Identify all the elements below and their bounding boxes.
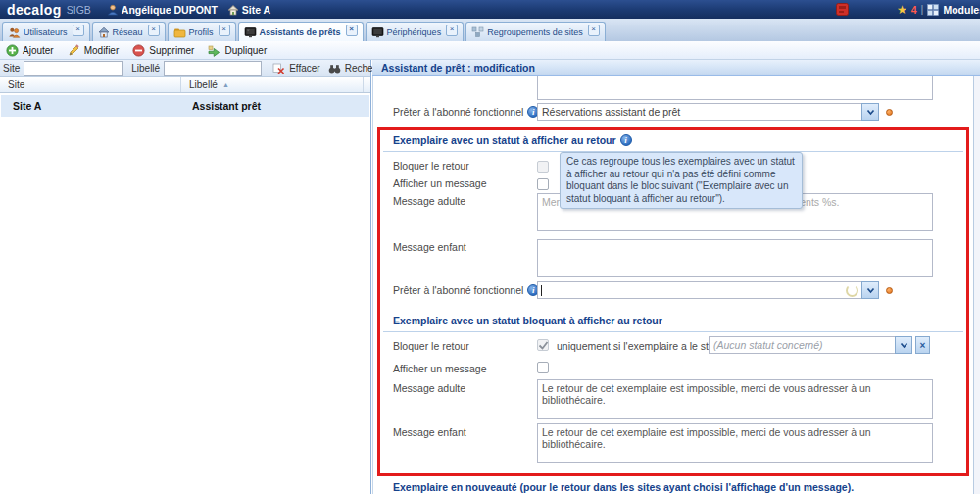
message-enfant2-label: Message enfant [393, 426, 466, 438]
afficher-message-label: Afficher un message [393, 177, 487, 189]
tab-close-icon[interactable]: × [346, 25, 358, 36]
user-icon [107, 4, 119, 16]
section1-title-text: Exemplaire avec un statut à afficher au … [393, 134, 616, 146]
checkmark-icon [538, 340, 549, 351]
message-adulte-label: Message adulte [393, 195, 466, 207]
afficher-message2-label: Afficher un message [393, 363, 487, 374]
clear-button-label: Effacer [289, 63, 320, 74]
section2-divider [383, 331, 963, 332]
tab-close-icon[interactable]: × [73, 25, 84, 36]
chevron-down-icon [899, 340, 909, 351]
site-filter-input[interactable] [24, 61, 123, 76]
current-site: Site A [242, 4, 270, 16]
delete-icon [132, 44, 145, 57]
preter-abonne2-combo[interactable] [537, 281, 862, 299]
row-site-cell: Site A [1, 100, 182, 112]
duplicate-arrow-icon [208, 44, 220, 57]
tab-label: Utilisateurs [24, 27, 68, 37]
sites-group-icon [471, 26, 484, 38]
tab-close-icon[interactable]: × [148, 25, 160, 36]
edit-button[interactable]: Modifier [68, 44, 120, 57]
message-enfant2-textarea[interactable]: Le retour de cet exemplaire est impossib… [537, 423, 933, 463]
bloquer-retour-label: Bloquer le retour [393, 160, 469, 172]
select-trigger-button[interactable] [895, 336, 912, 354]
tab-utilisateurs[interactable]: Utilisateurs × [2, 22, 90, 41]
delete-button-label: Supprimer [149, 45, 194, 56]
duplicate-button[interactable]: Dupliquer [208, 44, 267, 57]
bloquer-retour2-label: Bloquer le retour [393, 340, 469, 352]
section1-title: Exemplaire avec un statut à afficher au … [393, 134, 632, 146]
column-header-site-label: Site [8, 79, 24, 90]
section2-title-text: Exemplaire avec un statut bloquant à aff… [393, 315, 662, 326]
select-trigger-button[interactable] [861, 281, 879, 299]
tab-close-icon[interactable]: × [219, 25, 230, 36]
preter-abonne2-label: Prêter à l'abonné fonctionnel i [393, 284, 539, 296]
message-enfant-textarea[interactable] [537, 239, 933, 277]
home-icon [227, 4, 239, 16]
bloquer-retour2-checkbox[interactable] [537, 339, 549, 351]
favorites-star-icon[interactable]: ★ [897, 4, 907, 16]
column-header-libelle[interactable]: Libellé ▲ [181, 77, 364, 92]
add-icon [6, 44, 19, 57]
tab-label: Assistants de prêts [260, 27, 341, 37]
preter-abonne-select[interactable]: Réservations assistant de prêt [537, 103, 862, 121]
clear-button[interactable]: Effacer [272, 63, 320, 74]
monitor-icon [244, 26, 257, 38]
tab-assistants-de-prets[interactable]: Assistants de prêts × [238, 22, 364, 41]
detail-panel: Assistant de prêt : modification Prêter … [372, 60, 980, 494]
clipped-message-textarea[interactable] [537, 76, 933, 100]
statut-select[interactable]: (Aucun statut concerné) [709, 336, 896, 354]
tab-close-icon[interactable]: × [446, 25, 458, 36]
favorites-count: 4 [911, 4, 917, 16]
section2-title: Exemplaire avec un statut bloquant à aff… [393, 315, 662, 326]
chevron-down-icon [865, 285, 876, 296]
folder-icon [173, 26, 186, 38]
message-adulte2-label: Message adulte [393, 382, 466, 394]
uniquement-statut-label: uniquement si l'exemplaire a le statut [557, 340, 725, 352]
afficher-message2-checkbox[interactable] [537, 362, 549, 373]
tab-reseau[interactable]: Réseau × [92, 22, 166, 41]
preter-abonne-label: Prêter à l'abonné fonctionnel i [393, 106, 539, 118]
delete-button[interactable]: Supprimer [132, 44, 194, 57]
panel-title: Assistant de prêt : modification [381, 62, 535, 74]
libelle-filter-input[interactable] [164, 61, 262, 76]
language-flag-icon[interactable] [836, 3, 849, 18]
current-user: Angélique DUPONT [122, 4, 218, 16]
tab-label: Réseau [113, 27, 143, 37]
message-adulte2-textarea[interactable]: Le retour de cet exemplaire est impossib… [537, 379, 933, 419]
tab-label: Profils [189, 27, 214, 37]
info-icon[interactable]: i [620, 134, 632, 146]
add-button[interactable]: Ajouter [6, 44, 54, 57]
clear-select-button[interactable]: × [915, 336, 930, 354]
duplicate-button-label: Dupliquer [224, 45, 267, 56]
preter-abonne-label-text: Prêter à l'abonné fonctionnel [393, 106, 523, 118]
add-button-label: Ajouter [23, 45, 54, 56]
action-toolbar: Ajouter Modifier Supprimer Dupliquer [0, 41, 980, 60]
column-header-site[interactable]: Site [0, 77, 181, 92]
modules-grid-icon[interactable] [927, 4, 939, 16]
tab-label: Regroupements de sites [487, 27, 583, 37]
tab-peripheriques[interactable]: Périphériques × [366, 22, 465, 41]
table-row[interactable]: Site A Assistant prêt [1, 95, 369, 117]
edit-button-label: Modifier [84, 45, 120, 56]
tab-close-icon[interactable]: × [588, 25, 600, 36]
text-cursor [541, 285, 542, 296]
tab-profils[interactable]: Profils × [168, 22, 236, 41]
eraser-icon [272, 63, 285, 74]
binoculars-icon [328, 63, 341, 74]
vertical-scrollbar[interactable] [974, 76, 980, 494]
tab-strip: Utilisateurs × Réseau × Profils × Assist… [0, 19, 980, 41]
tab-regroupements-de-sites[interactable]: Regroupements de sites × [466, 22, 606, 41]
modules-menu[interactable]: Modules [943, 4, 980, 16]
top-bar: decalog SIGB Angélique DUPONT Site A ★ 4… [0, 0, 980, 19]
bloquer-retour-checkbox[interactable] [537, 161, 549, 173]
app-logo-suffix: SIGB [67, 4, 91, 16]
afficher-message-checkbox[interactable] [537, 178, 549, 190]
preter-abonne2-label-text: Prêter à l'abonné fonctionnel [393, 284, 523, 296]
select-trigger-button[interactable] [861, 103, 879, 121]
pencil-icon [68, 44, 80, 57]
grid-header: Site Libellé ▲ [0, 77, 370, 93]
application-window: decalog SIGB Angélique DUPONT Site A ★ 4… [0, 0, 980, 494]
monitor-icon [371, 26, 384, 38]
chevron-down-icon [865, 107, 876, 118]
